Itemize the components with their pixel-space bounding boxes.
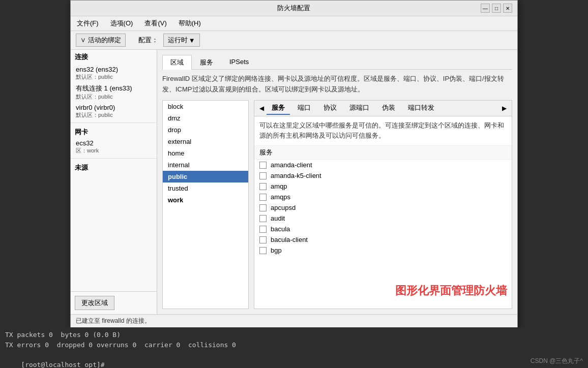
list-item: bacula-client — [254, 234, 512, 245]
list-item: bgp — [254, 245, 512, 256]
service-checkbox-amanda-k5-client[interactable] — [259, 172, 267, 179]
zone-work[interactable]: work — [163, 194, 248, 206]
list-item: amqps — [254, 192, 512, 202]
menu-options[interactable]: 选项(O) — [108, 18, 135, 29]
service-tab-port-forward[interactable]: 端口转发 — [403, 102, 439, 115]
divider2 — [71, 158, 157, 159]
list-item: audit — [254, 213, 512, 224]
service-checkbox-amqp[interactable] — [259, 183, 267, 190]
connection-ens33: 有线连接 1 (ens33) 默认区：public — [71, 82, 157, 102]
title-bar-buttons: — □ ✕ — [481, 4, 512, 13]
menu-file[interactable]: 文件(F) — [75, 18, 101, 29]
terminal-prompt: [root@localhost opt]# — [21, 361, 104, 369]
menu-help[interactable]: 帮助(H) — [177, 18, 203, 29]
menu-view[interactable]: 查看(V) — [142, 18, 168, 29]
runtime-button[interactable]: 运行时 ▼ — [163, 34, 200, 47]
nav-next-arrow[interactable]: ▶ — [499, 104, 509, 113]
zone-dmz[interactable]: dmz — [163, 112, 248, 124]
service-checkbox-audit[interactable] — [259, 215, 267, 222]
zone-service-area: block dmz drop external home internal pu… — [162, 100, 512, 309]
sidebar: 连接 ens32 (ens32) 默认区：public 有线连接 1 (ens3… — [71, 50, 157, 314]
terminal-line-2: TX errors 0 dropped 0 overruns 0 carrier… — [5, 340, 583, 350]
watermark-text: 图形化界面管理防火墙 — [395, 283, 507, 298]
list-item: apcupsd — [254, 202, 512, 213]
service-checkbox-apcupsd[interactable] — [259, 204, 267, 211]
service-tab-masquerade[interactable]: 伪装 — [377, 102, 400, 115]
service-checkbox-amqps[interactable] — [259, 194, 267, 201]
service-checkbox-bacula-client[interactable] — [259, 236, 267, 243]
zone-drop[interactable]: drop — [163, 124, 248, 136]
zone-block[interactable]: block — [163, 101, 248, 112]
connection-virbr0: virbr0 (virbr0) 默认区：public — [71, 102, 157, 120]
service-checkbox-bgp[interactable] — [259, 247, 267, 254]
service-nav-tabs: 服务 端口 协议 源端口 伪装 端口转发 — [267, 102, 499, 115]
list-item: bacula — [254, 224, 512, 234]
divider1 — [71, 122, 157, 123]
list-item: amqp — [254, 181, 512, 192]
terminal-prompt-line: [root@localhost opt]# firewall-config — [5, 350, 583, 368]
service-tab-ports[interactable]: 端口 — [292, 102, 316, 115]
tab-zone[interactable]: 区域 — [162, 55, 192, 70]
config-label: 配置： — [138, 36, 158, 45]
connections-title: 连接 — [71, 50, 157, 64]
minimize-button[interactable]: — — [481, 4, 490, 13]
title-bar: 防火墙配置 — □ ✕ — [71, 1, 517, 16]
source-title: 未源 — [71, 161, 157, 173]
right-content: 区域 服务 IPSets FirewallD 区域定义了绑定的网络连接、网卡以及… — [157, 50, 517, 314]
service-tab-protocols[interactable]: 协议 — [318, 102, 342, 115]
tab-ipsets[interactable]: IPSets — [221, 55, 257, 70]
toolbar: ∨ 活动的绑定 配置： 运行时 ▼ — [71, 31, 517, 50]
connection-ens32: ens32 (ens32) 默认区：public — [71, 64, 157, 82]
main-area: 连接 ens32 (ens32) 默认区：public 有线连接 1 (ens3… — [71, 50, 517, 314]
menu-bar: 文件(F) 选项(O) 查看(V) 帮助(H) — [71, 16, 517, 31]
maximize-button[interactable]: □ — [492, 4, 501, 13]
zone-description: FirewallD 区域定义了绑定的网络连接、网卡以及源地址的可信程度。区域是服… — [162, 74, 512, 95]
zone-list: block dmz drop external home internal pu… — [162, 100, 249, 309]
sidebar-bottom: 更改区域 — [71, 291, 157, 314]
list-item: amanda-k5-client — [254, 170, 512, 181]
window-title: 防火墙配置 — [106, 4, 481, 13]
close-button[interactable]: ✕ — [503, 4, 512, 13]
service-tab-source-ports[interactable]: 源端口 — [344, 102, 374, 115]
bottom-terminal: TX packets 0 bytes 0 (0.0 B) TX errors 0… — [0, 327, 588, 368]
change-zone-button[interactable]: 更改区域 — [75, 296, 114, 310]
zone-home[interactable]: home — [163, 147, 248, 159]
nic-ecs32: ecs32 区：work — [71, 138, 157, 156]
active-binding-label: ∨ 活动的绑定 — [80, 36, 121, 45]
service-list-header: 服务 — [254, 146, 512, 160]
csdn-label: CSDN @三色丸子^ — [531, 357, 583, 365]
firewall-window: 防火墙配置 — □ ✕ 文件(F) 选项(O) 查看(V) 帮助(H) ∨ 活动… — [70, 0, 518, 340]
service-nav: ◀ 服务 端口 协议 源端口 伪装 端口转发 ▶ — [254, 101, 512, 116]
status-bar-connection: 已建立至 firewalld 的连接。 — [71, 314, 517, 327]
service-checkbox-bacula[interactable] — [259, 226, 267, 233]
tab-bar: 区域 服务 IPSets — [162, 55, 512, 70]
service-panel: ◀ 服务 端口 协议 源端口 伪装 端口转发 ▶ 可以在这里定义区域中哪些服务是… — [254, 100, 512, 309]
zone-public[interactable]: public — [163, 171, 248, 182]
nic-title: 网卡 — [71, 125, 157, 138]
list-item: amanda-client — [254, 160, 512, 170]
tab-service[interactable]: 服务 — [192, 55, 221, 70]
service-description: 可以在这里定义区域中哪些服务是可信的。可连接至绑定到这个区域的连接、网卡和源的所… — [254, 116, 512, 146]
service-tab-services[interactable]: 服务 — [267, 102, 290, 115]
nav-prev-arrow[interactable]: ◀ — [257, 104, 267, 113]
terminal-line-1: TX packets 0 bytes 0 (0.0 B) — [5, 330, 583, 340]
zone-external[interactable]: external — [163, 136, 248, 147]
service-checkbox-amanda-client[interactable] — [259, 162, 267, 169]
zone-trusted[interactable]: trusted — [163, 182, 248, 194]
active-binding-toggle[interactable]: ∨ 活动的绑定 — [76, 34, 126, 47]
zone-internal[interactable]: internal — [163, 159, 248, 171]
